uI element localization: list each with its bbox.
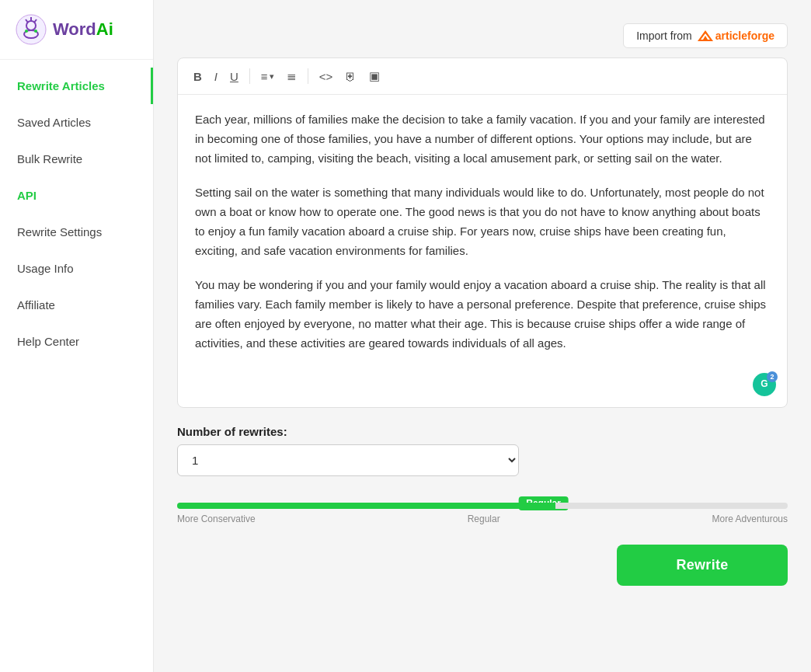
editor-paragraph-2: Setting sail on the water is something t…: [195, 183, 770, 260]
toolbar-shield-button[interactable]: ⛨: [340, 67, 361, 86]
slider-track[interactable]: [177, 503, 788, 509]
rewrite-button-row: Rewrite: [177, 545, 788, 586]
import-label: Import from: [636, 30, 692, 42]
editor-paragraph-1: Each year, millions of families make the…: [195, 110, 770, 168]
editor-card: B I U ≡ ▾ ≣ <> ⛨ ▣ Each year, millions o…: [177, 57, 788, 408]
toolbar-bold-button[interactable]: B: [189, 67, 207, 86]
editor-textarea[interactable]: Each year, millions of families make the…: [178, 95, 787, 407]
articleforge-icon: [697, 30, 714, 42]
import-from-articleforge-button[interactable]: Import from articleforge: [623, 23, 788, 48]
toolbar-code-button[interactable]: <>: [315, 67, 338, 86]
slider-labels: More Conservative Regular More Adventuro…: [177, 514, 788, 524]
num-rewrites-select[interactable]: 1 2 3 4 5: [177, 444, 519, 476]
grammarly-badge[interactable]: G 2: [753, 373, 776, 396]
logo-text: WordAi: [53, 19, 113, 40]
toolbar-image-button[interactable]: ▣: [364, 66, 385, 86]
main-content: Import from articleforge B I U ≡ ▾: [154, 0, 811, 672]
toolbar-separator-1: [249, 68, 250, 84]
creativity-slider-section: Regular More Conservative Regular More A…: [177, 496, 788, 524]
num-rewrites-section: Number of rewrites: 1 2 3 4 5: [177, 425, 788, 476]
sidebar-item-api[interactable]: API: [0, 177, 153, 214]
svg-point-7: [34, 30, 37, 33]
import-bar: Import from articleforge: [177, 23, 788, 48]
toolbar-unordered-list-button[interactable]: ≡ ▾: [256, 67, 279, 86]
sidebar-item-bulk-rewrite[interactable]: Bulk Rewrite: [0, 141, 153, 177]
sidebar-item-rewrite-articles[interactable]: Rewrite Articles: [0, 68, 153, 104]
wordai-logo-icon: [16, 14, 47, 45]
num-rewrites-label: Number of rewrites:: [177, 425, 788, 438]
grammarly-count: 2: [767, 371, 778, 382]
toolbar-separator-2: [308, 68, 308, 84]
sidebar-item-usage-info[interactable]: Usage Info: [0, 250, 153, 287]
controls-section: Number of rewrites: 1 2 3 4 5 Regular Mo…: [177, 425, 788, 586]
editor-toolbar: B I U ≡ ▾ ≣ <> ⛨ ▣: [178, 58, 787, 95]
slider-label-conservative: More Conservative: [177, 514, 256, 524]
rewrite-button[interactable]: Rewrite: [617, 545, 788, 586]
sidebar-item-rewrite-settings[interactable]: Rewrite Settings: [0, 214, 153, 250]
toolbar-italic-button[interactable]: I: [210, 67, 222, 86]
slider-label-adventurous: More Adventurous: [712, 514, 788, 524]
sidebar-item-help-center[interactable]: Help Center: [0, 323, 153, 360]
sidebar: WordAi Rewrite Articles Saved Articles B…: [0, 0, 154, 672]
articleforge-logo: articleforge: [697, 30, 774, 42]
articleforge-text: articleforge: [715, 30, 774, 42]
slider-label-regular: Regular: [468, 514, 500, 524]
editor-paragraph-3: You may be wondering if you and your fam…: [195, 276, 770, 353]
sidebar-item-saved-articles[interactable]: Saved Articles: [0, 104, 153, 141]
toolbar-underline-button[interactable]: U: [225, 67, 243, 86]
svg-point-6: [25, 30, 28, 33]
logo: WordAi: [0, 0, 153, 60]
sidebar-navigation: Rewrite Articles Saved Articles Bulk Rew…: [0, 60, 153, 360]
toolbar-ordered-list-button[interactable]: ≣: [282, 66, 301, 86]
sidebar-item-affiliate[interactable]: Affiliate: [0, 287, 153, 323]
